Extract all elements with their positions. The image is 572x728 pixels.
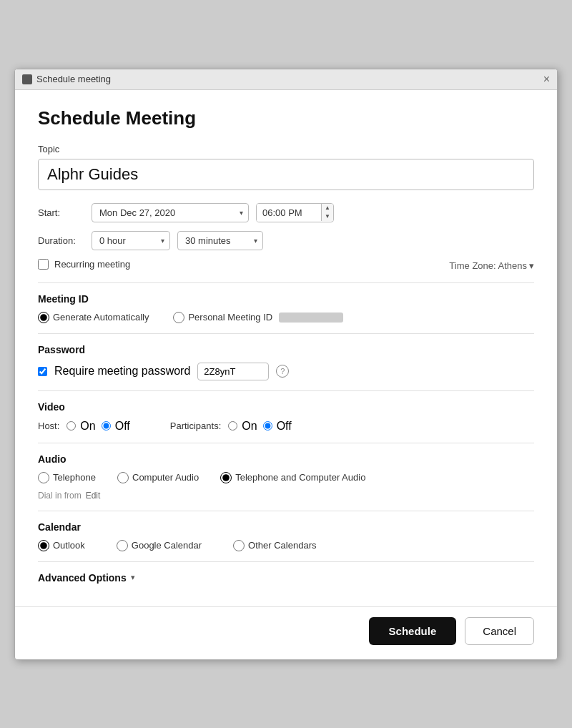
audio-title: Audio [38, 453, 534, 465]
meeting-id-radio-group: Generate Automatically Personal Meeting … [38, 312, 534, 323]
title-bar: Schedule meeting × [15, 69, 557, 90]
dial-row: Dial in from Edit [38, 491, 534, 501]
cancel-button[interactable]: Cancel [465, 617, 534, 645]
host-off-radio[interactable] [102, 421, 111, 431]
personal-id-radio[interactable] [173, 312, 184, 323]
footer: Schedule Cancel [15, 606, 557, 659]
time-down-button[interactable]: ▼ [322, 212, 333, 221]
video-title: Video [38, 401, 534, 413]
computer-audio-option[interactable]: Computer Audio [117, 472, 199, 483]
participants-label: Participants: [170, 420, 222, 431]
topic-label: Topic [38, 144, 534, 154]
participants-off-option[interactable]: Off [263, 420, 292, 433]
google-calendar-option[interactable]: Google Calendar [117, 540, 202, 551]
timezone-arrow-icon: ▾ [529, 260, 534, 271]
host-off-label[interactable]: Off [115, 420, 130, 433]
google-calendar-label[interactable]: Google Calendar [132, 540, 202, 551]
schedule-button[interactable]: Schedule [369, 617, 457, 645]
video-section: Video Host: On Off Participants: On [38, 401, 534, 433]
host-on-option[interactable]: On [66, 420, 95, 433]
outlook-option[interactable]: Outlook [38, 540, 85, 551]
require-password-checkbox[interactable] [38, 367, 47, 376]
personal-id-option[interactable]: Personal Meeting ID [173, 312, 343, 323]
timezone-selector[interactable]: Time Zone: Athens ▾ [449, 260, 534, 271]
recurring-label[interactable]: Recurring meeting [54, 259, 130, 270]
divider-6 [38, 561, 534, 562]
generate-auto-label[interactable]: Generate Automatically [53, 312, 149, 323]
generate-auto-option[interactable]: Generate Automatically [38, 312, 149, 323]
time-up-button[interactable]: ▲ [322, 204, 333, 212]
participants-on-radio[interactable] [228, 421, 237, 431]
audio-section: Audio Telephone Computer Audio Telephone… [38, 453, 534, 501]
participants-on-label[interactable]: On [242, 420, 257, 433]
telephone-option[interactable]: Telephone [38, 472, 96, 483]
calendar-radio-group: Outlook Google Calendar Other Calendars [38, 540, 534, 551]
participants-off-radio[interactable] [263, 421, 272, 431]
audio-radio-group: Telephone Computer Audio Telephone and C… [38, 472, 534, 483]
other-calendars-label[interactable]: Other Calendars [248, 540, 316, 551]
participants-off-label[interactable]: Off [277, 420, 292, 433]
other-calendars-option[interactable]: Other Calendars [233, 540, 316, 551]
time-spinners: ▲ ▼ [321, 204, 333, 220]
host-off-option[interactable]: Off [102, 420, 130, 433]
computer-audio-radio[interactable] [117, 472, 129, 483]
generate-auto-radio[interactable] [38, 312, 49, 323]
start-row: Start: Mon Dec 27, 2020 ▾ ▲ ▼ [38, 203, 534, 222]
personal-id-label[interactable]: Personal Meeting ID [188, 312, 272, 323]
host-on-radio[interactable] [66, 421, 76, 431]
topic-input[interactable] [38, 159, 534, 190]
advanced-options-row[interactable]: Advanced Options ▾ [38, 572, 534, 584]
start-date-select[interactable]: Mon Dec 27, 2020 [92, 203, 249, 222]
advanced-options-label: Advanced Options [38, 572, 127, 584]
telephone-label[interactable]: Telephone [53, 472, 96, 483]
both-audio-label[interactable]: Telephone and Computer Audio [235, 472, 365, 483]
google-calendar-radio[interactable] [117, 540, 128, 551]
advanced-options-chevron-icon: ▾ [131, 573, 135, 582]
duration-label: Duration: [38, 235, 84, 246]
participants-on-option[interactable]: On [228, 420, 257, 433]
divider-5 [38, 511, 534, 511]
start-label: Start: [38, 207, 84, 218]
require-password-label[interactable]: Require meeting password [54, 365, 190, 378]
video-row: Host: On Off Participants: On Off [38, 420, 534, 433]
outlook-label[interactable]: Outlook [53, 540, 85, 551]
recurring-check-row: Recurring meeting [38, 259, 130, 270]
other-calendars-radio[interactable] [233, 540, 245, 551]
password-row: Require meeting password ? [38, 363, 534, 380]
page-title: Schedule Meeting [38, 107, 534, 129]
host-label: Host: [38, 420, 59, 431]
start-time-input[interactable] [257, 204, 321, 222]
recurring-checkbox[interactable] [38, 259, 49, 270]
duration-minute-wrapper: 0 minutes 15 minutes 30 minutes 45 minut… [177, 231, 263, 250]
password-help-icon[interactable]: ? [276, 365, 289, 378]
password-title: Password [38, 344, 534, 355]
dial-edit-link[interactable]: Edit [86, 491, 101, 501]
duration-row: Duration: 0 hour 1 hour 2 hours ▾ 0 minu… [38, 231, 534, 250]
calendar-section: Calendar Outlook Google Calendar Other C… [38, 521, 534, 551]
start-date-wrapper: Mon Dec 27, 2020 ▾ [92, 203, 249, 222]
dial-in-label: Dial in from [38, 491, 82, 501]
close-button[interactable]: × [543, 74, 550, 85]
divider-3 [38, 390, 534, 391]
title-bar-title: Schedule meeting [36, 74, 111, 84]
schedule-meeting-window: Schedule meeting × Schedule Meeting Topi… [14, 69, 558, 660]
computer-audio-label[interactable]: Computer Audio [132, 472, 199, 483]
calendar-title: Calendar [38, 521, 534, 533]
timezone-text: Time Zone: Athens [449, 260, 527, 271]
both-audio-option[interactable]: Telephone and Computer Audio [220, 472, 365, 483]
app-icon [22, 74, 32, 84]
form-content: Schedule Meeting Topic Start: Mon Dec 27… [15, 90, 557, 606]
duration-hour-select[interactable]: 0 hour 1 hour 2 hours [92, 231, 170, 250]
both-audio-radio[interactable] [220, 472, 232, 483]
help-icon-text: ? [280, 367, 285, 375]
outlook-radio[interactable] [38, 540, 49, 551]
host-on-label[interactable]: On [80, 420, 95, 433]
duration-minute-select[interactable]: 0 minutes 15 minutes 30 minutes 45 minut… [177, 231, 263, 250]
divider-4 [38, 443, 534, 443]
password-input[interactable] [197, 363, 269, 380]
divider-1 [38, 282, 534, 283]
telephone-radio[interactable] [38, 472, 49, 483]
personal-id-value [279, 313, 343, 323]
duration-hour-wrapper: 0 hour 1 hour 2 hours ▾ [92, 231, 170, 250]
title-bar-left: Schedule meeting [22, 74, 111, 84]
